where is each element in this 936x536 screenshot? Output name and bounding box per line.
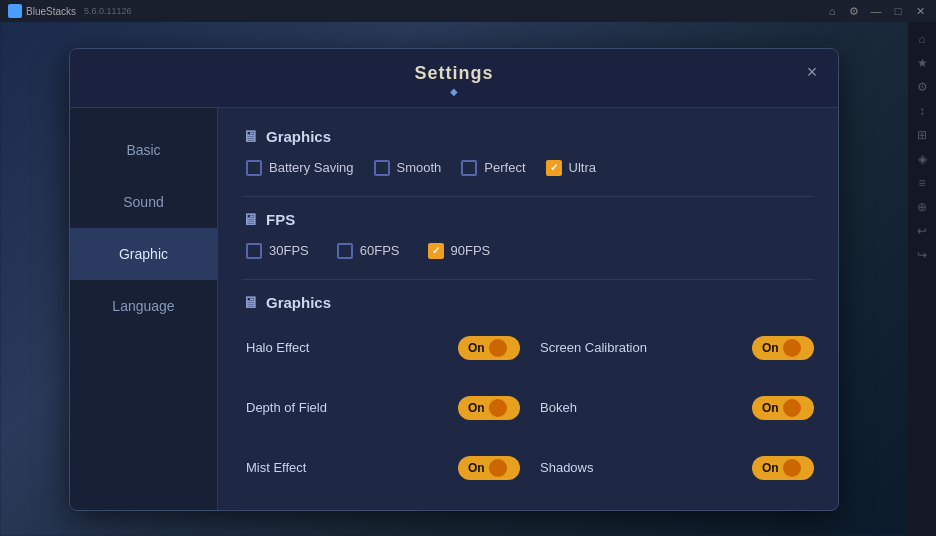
fps60-option[interactable]: 60FPS [337, 243, 400, 259]
sidebar-home-icon[interactable]: ⌂ [911, 28, 933, 50]
nav-graphic[interactable]: Graphic [70, 228, 217, 280]
fps-section-title: 🖥 FPS [242, 211, 814, 229]
perfect-checkbox[interactable] [461, 160, 477, 176]
mist-effect-toggle[interactable]: On [458, 456, 520, 480]
battery-saving-checkbox[interactable] [246, 160, 262, 176]
right-sidebar: ⌂ ★ ⚙ ↕ ⊞ ◈ ≡ ⊕ ↩ ↪ [908, 22, 936, 536]
graphics-icon: 🖥 [242, 128, 258, 146]
screen-calibration-toggle[interactable]: On [752, 336, 814, 360]
home-button[interactable]: ⌂ [824, 3, 840, 19]
bokeh-toggle[interactable]: On [752, 396, 814, 420]
settings-button[interactable]: ⚙ [846, 3, 862, 19]
divider-1 [242, 196, 814, 197]
halo-effect-knob [489, 339, 507, 357]
depth-of-field-knob [489, 399, 507, 417]
modal-title: Settings [90, 63, 818, 84]
nav-sound[interactable]: Sound [70, 176, 217, 228]
sidebar-add-icon[interactable]: ⊕ [911, 196, 933, 218]
sidebar-settings-icon[interactable]: ⚙ [911, 76, 933, 98]
screen-calibration-row: Screen Calibration On [540, 326, 814, 370]
nav-basic[interactable]: Basic [70, 124, 217, 176]
sidebar-grid-icon[interactable]: ⊞ [911, 124, 933, 146]
depth-of-field-toggle[interactable]: On [458, 396, 520, 420]
modal-header: Settings ◆ × [70, 49, 838, 108]
graphics-quality-label: Graphics [266, 128, 331, 145]
fps90-label: 90FPS [451, 243, 491, 258]
settings-nav: Basic Sound Graphic Language [70, 108, 218, 510]
mist-effect-label: Mist Effect [246, 460, 306, 475]
depth-of-field-row: Depth of Field On [246, 386, 520, 430]
logo-icon [8, 4, 22, 18]
nav-language[interactable]: Language [70, 280, 217, 332]
modal-body: Basic Sound Graphic Language 🖥 Graphics … [70, 108, 838, 510]
modal-close-button[interactable]: × [800, 61, 824, 85]
sidebar-menu-icon[interactable]: ≡ [911, 172, 933, 194]
sidebar-diamond-icon[interactable]: ◈ [911, 148, 933, 170]
depth-of-field-value: On [468, 401, 485, 415]
mist-effect-knob [489, 459, 507, 477]
fps-icon: 🖥 [242, 211, 258, 229]
perfect-option[interactable]: Perfect [461, 160, 525, 176]
halo-effect-label: Halo Effect [246, 340, 309, 355]
divider-2 [242, 279, 814, 280]
fps30-checkbox[interactable] [246, 243, 262, 259]
modal-decoration: ◆ [90, 86, 818, 97]
smooth-label: Smooth [397, 160, 442, 175]
ultra-checkbox[interactable] [546, 160, 562, 176]
sidebar-star-icon[interactable]: ★ [911, 52, 933, 74]
topbar: BlueStacks 5.6.0.11126 ⌂ ⚙ — □ ✕ [0, 0, 936, 22]
fps90-option[interactable]: 90FPS [428, 243, 491, 259]
shadows-knob [783, 459, 801, 477]
halo-effect-row: Halo Effect On [246, 326, 520, 370]
minimize-button[interactable]: — [868, 3, 884, 19]
fps-label: FPS [266, 211, 295, 228]
modal-overlay: Settings ◆ × Basic Sound Graphic Languag… [0, 22, 908, 536]
fps90-checkbox[interactable] [428, 243, 444, 259]
fps-row: 30FPS 60FPS 90FPS [242, 243, 814, 259]
screen-calibration-knob [783, 339, 801, 357]
fps60-label: 60FPS [360, 243, 400, 258]
mist-effect-row: Mist Effect On [246, 446, 520, 490]
battery-saving-label: Battery Saving [269, 160, 354, 175]
halo-effect-value: On [468, 341, 485, 355]
bokeh-label: Bokeh [540, 400, 577, 415]
bokeh-value: On [762, 401, 779, 415]
app-version: 5.6.0.11126 [84, 6, 132, 16]
screen-calibration-value: On [762, 341, 779, 355]
halo-effect-toggle[interactable]: On [458, 336, 520, 360]
sidebar-resize-icon[interactable]: ↕ [911, 100, 933, 122]
depth-of-field-label: Depth of Field [246, 400, 327, 415]
mist-effect-value: On [468, 461, 485, 475]
shadows-label: Shadows [540, 460, 593, 475]
graphics-toggles-icon: 🖥 [242, 294, 258, 312]
sidebar-back-icon[interactable]: ↩ [911, 220, 933, 242]
shadows-value: On [762, 461, 779, 475]
graphics-toggles-label: Graphics [266, 294, 331, 311]
close-button[interactable]: ✕ [912, 3, 928, 19]
screen-calibration-label: Screen Calibration [540, 340, 647, 355]
maximize-button[interactable]: □ [890, 3, 906, 19]
ultra-label: Ultra [569, 160, 596, 175]
fps60-checkbox[interactable] [337, 243, 353, 259]
sidebar-forward-icon[interactable]: ↪ [911, 244, 933, 266]
toggles-grid: Halo Effect On Screen Calibration On [242, 326, 814, 490]
shadows-row: Shadows On [540, 446, 814, 490]
smooth-option[interactable]: Smooth [374, 160, 442, 176]
shadows-toggle[interactable]: On [752, 456, 814, 480]
graphics-quality-section-title: 🖥 Graphics [242, 128, 814, 146]
app-logo: BlueStacks 5.6.0.11126 [8, 4, 132, 18]
ultra-option[interactable]: Ultra [546, 160, 596, 176]
bokeh-knob [783, 399, 801, 417]
app-name: BlueStacks [26, 6, 76, 17]
settings-content: 🖥 Graphics Battery Saving Smooth Perfect [218, 108, 838, 510]
fps30-option[interactable]: 30FPS [246, 243, 309, 259]
graphics-quality-row: Battery Saving Smooth Perfect Ultra [242, 160, 814, 176]
battery-saving-option[interactable]: Battery Saving [246, 160, 354, 176]
window-controls: ⌂ ⚙ — □ ✕ [824, 3, 928, 19]
graphics-toggles-section-title: 🖥 Graphics [242, 294, 814, 312]
bokeh-row: Bokeh On [540, 386, 814, 430]
smooth-checkbox[interactable] [374, 160, 390, 176]
perfect-label: Perfect [484, 160, 525, 175]
fps30-label: 30FPS [269, 243, 309, 258]
settings-modal: Settings ◆ × Basic Sound Graphic Languag… [69, 48, 839, 511]
